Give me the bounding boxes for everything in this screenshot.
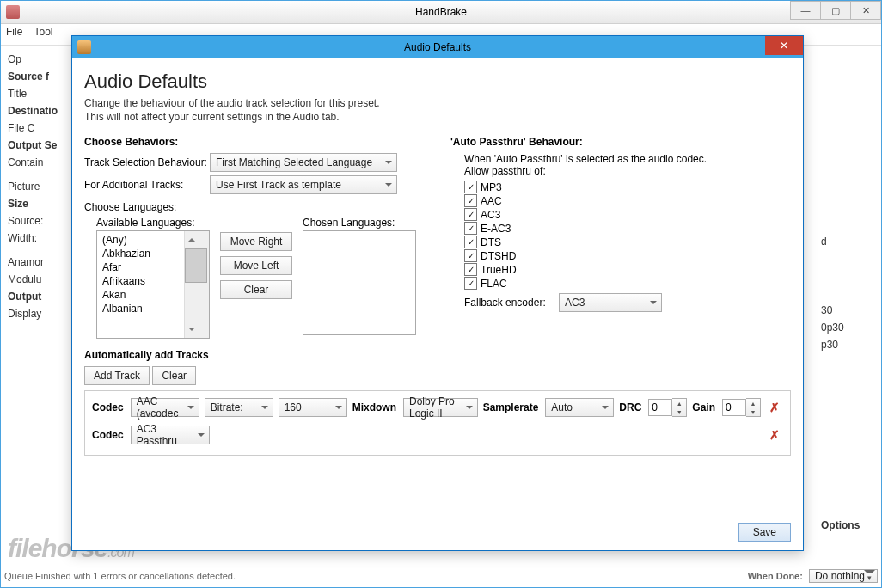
fallback-encoder-combo[interactable]: AC3 <box>559 293 662 312</box>
passthru-allow: Allow passthru of: <box>464 165 791 177</box>
add-track-button[interactable]: Add Track <box>84 366 150 385</box>
move-right-button[interactable]: Move Right <box>220 232 292 251</box>
bitrate-combo[interactable]: 160 <box>279 398 347 417</box>
dialog-heading: Audio Defaults <box>84 70 791 93</box>
available-languages-label: Available Languages: <box>84 217 210 229</box>
passthru-note: When 'Auto Passthru' is selected as the … <box>464 153 791 165</box>
status-text: Queue Finished with 1 errors or cancella… <box>4 571 236 581</box>
ck-aac[interactable]: ✓AAC <box>464 194 791 207</box>
delete-track-2-icon[interactable]: ✗ <box>766 428 783 442</box>
ck-flac[interactable]: ✓FLAC <box>464 277 791 290</box>
choose-behaviors-label: Choose Behaviors: <box>84 136 428 148</box>
auto-add-tracks-label: Automatically add Tracks <box>84 349 791 361</box>
samplerate-combo[interactable]: Auto <box>545 398 614 417</box>
chosen-languages-list[interactable] <box>303 230 416 335</box>
scrollbar-thumb[interactable] <box>185 248 207 283</box>
track-row-2: Codec AC3 Passthru ✗ <box>92 426 783 444</box>
main-window: HandBrake — ▢ ✕ File Tool Op Source f Ti… <box>0 0 882 588</box>
minimize-button[interactable]: — <box>790 1 821 20</box>
clear-tracks-button[interactable]: Clear <box>152 366 196 385</box>
mixdown-label: Mixdown <box>352 401 396 413</box>
maximize-button[interactable]: ▢ <box>820 1 851 20</box>
save-button[interactable]: Save <box>738 523 791 542</box>
tracks-panel: Codec AAC (avcodec Bitrate: 160 Mixdown … <box>84 390 791 456</box>
codec-label: Codec <box>92 429 124 441</box>
close-main-button[interactable]: ✕ <box>850 1 881 20</box>
codec-combo-2[interactable]: AC3 Passthru <box>131 426 210 444</box>
track-selection-label: Track Selection Behaviour: <box>84 156 210 168</box>
passthru-heading: 'Auto Passthru' Behaviour: <box>450 136 791 148</box>
ck-ac3[interactable]: ✓AC3 <box>464 208 791 221</box>
track-selection-combo[interactable]: First Matching Selected Language <box>210 153 397 172</box>
audio-defaults-dialog: Audio Defaults ✕ Audio Defaults Change t… <box>71 35 804 551</box>
main-title: HandBrake <box>1 6 881 18</box>
menu-file[interactable]: File <box>6 26 22 38</box>
choose-languages-label: Choose Languages: <box>84 201 428 213</box>
available-languages-list[interactable]: (Any) Abkhazian Afar Afrikaans Akan Alba… <box>96 230 210 339</box>
ck-truehd[interactable]: ✓TrueHD <box>464 263 791 276</box>
clear-languages-button[interactable]: Clear <box>220 280 292 299</box>
bitrate-mode-combo[interactable]: Bitrate: <box>205 398 273 417</box>
chosen-languages-label: Chosen Languages: <box>303 217 416 229</box>
bg-right-hints: d 30 0p30 p30 Options <box>821 233 873 534</box>
samplerate-label: Samplerate <box>483 401 539 413</box>
dialog-title: Audio Defaults <box>72 41 803 53</box>
menu-tools[interactable]: Tool <box>34 26 52 38</box>
move-left-button[interactable]: Move Left <box>220 256 292 275</box>
codec-label: Codec <box>92 401 124 413</box>
drc-spinner[interactable]: ▲▼ <box>648 398 687 417</box>
status-bar: Queue Finished with 1 errors or cancella… <box>4 568 878 584</box>
ck-mp3[interactable]: ✓MP3 <box>464 181 791 193</box>
drc-label: DRC <box>619 401 641 413</box>
fallback-encoder-label: Fallback encoder: <box>464 297 559 309</box>
dialog-titlebar: Audio Defaults ✕ <box>72 36 803 58</box>
main-titlebar: HandBrake — ▢ ✕ <box>1 1 881 24</box>
gain-label: Gain <box>692 401 715 413</box>
ck-dts[interactable]: ✓DTS <box>464 236 791 248</box>
dialog-description: Change the behaviour of the audio track … <box>84 96 791 124</box>
mixdown-combo[interactable]: Dolby Pro Logic II <box>403 398 478 417</box>
gain-spinner[interactable]: ▲▼ <box>722 398 761 417</box>
dialog-close-button[interactable]: ✕ <box>765 36 803 55</box>
delete-track-1-icon[interactable]: ✗ <box>766 401 783 414</box>
when-done-label: When Done: <box>748 571 803 581</box>
ck-eac3[interactable]: ✓E-AC3 <box>464 222 791 235</box>
ck-dtshd[interactable]: ✓DTSHD <box>464 249 791 262</box>
additional-tracks-label: For Additional Tracks: <box>84 179 210 191</box>
codec-combo-1[interactable]: AAC (avcodec <box>131 398 199 417</box>
additional-tracks-combo[interactable]: Use First Track as template <box>210 175 397 194</box>
scrollbar[interactable] <box>184 231 209 338</box>
track-row-1: Codec AAC (avcodec Bitrate: 160 Mixdown … <box>92 398 783 417</box>
when-done-combo[interactable]: Do nothing <box>809 569 878 583</box>
